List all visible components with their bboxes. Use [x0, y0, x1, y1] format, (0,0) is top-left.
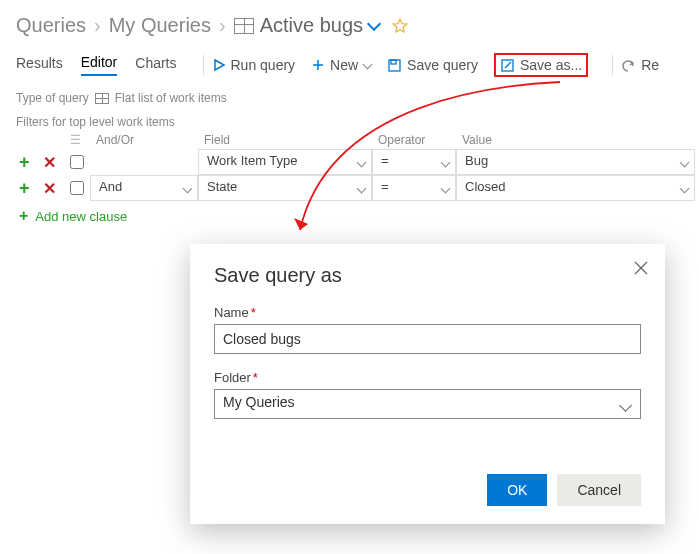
dialog-title: Save query as	[214, 264, 641, 287]
filter-header-row: ☰ And/Or Field Operator Value	[16, 131, 695, 149]
filter-table: ☰ And/Or Field Operator Value + ✕ Work I…	[16, 131, 695, 201]
chevron-down-icon[interactable]	[367, 17, 381, 31]
chevron-down-icon	[441, 184, 451, 194]
plus-icon: +	[16, 207, 31, 225]
name-label: Name*	[214, 305, 641, 320]
play-icon	[212, 58, 226, 72]
list-icon: ☰	[70, 133, 81, 147]
list-icon	[234, 18, 254, 34]
tab-results[interactable]: Results	[16, 55, 63, 75]
save-as-icon	[500, 58, 515, 73]
divider	[612, 55, 613, 75]
filter-row: + ✕ Work Item Type = Bug	[16, 149, 695, 175]
col-andor: And/Or	[90, 131, 198, 149]
new-button[interactable]: New	[311, 57, 371, 73]
remove-clause-button[interactable]: ✕	[40, 180, 59, 197]
save-as-button[interactable]: Save as...	[494, 53, 588, 77]
divider	[203, 55, 204, 75]
col-field: Field	[198, 131, 372, 149]
ok-button[interactable]: OK	[487, 474, 547, 506]
command-bar: Results Editor Charts Run query New Save…	[0, 45, 699, 85]
star-icon[interactable]	[391, 17, 409, 35]
field-input[interactable]: Work Item Type	[198, 149, 372, 175]
save-as-label: Save as...	[520, 57, 582, 73]
folder-value: My Queries	[223, 394, 295, 410]
filters-header: Filters for top level work items	[0, 109, 699, 131]
save-label: Save query	[407, 57, 478, 73]
folder-label: Folder*	[214, 370, 641, 385]
filter-row: + ✕ And State = Closed	[16, 175, 695, 201]
operator-input[interactable]: =	[372, 149, 456, 175]
chevron-down-icon	[619, 399, 632, 412]
chevron-right-icon: ›	[94, 14, 101, 37]
query-type-row: Type of query Flat list of work items	[0, 85, 699, 109]
save-query-button[interactable]: Save query	[387, 57, 478, 73]
chevron-down-icon	[357, 158, 367, 168]
query-type-value[interactable]: Flat list of work items	[115, 91, 227, 105]
col-value: Value	[456, 131, 695, 149]
save-icon	[387, 58, 402, 73]
breadcrumb-root[interactable]: Queries	[16, 14, 86, 37]
value-input[interactable]: Closed	[456, 175, 695, 201]
folder-select[interactable]: My Queries	[214, 389, 641, 419]
run-query-button[interactable]: Run query	[212, 57, 296, 73]
chevron-down-icon	[441, 158, 451, 168]
add-new-clause-button[interactable]: + Add new clause	[0, 201, 699, 225]
svg-rect-1	[391, 60, 396, 64]
andor-cell	[90, 149, 198, 175]
field-input[interactable]: State	[198, 175, 372, 201]
chevron-down-icon	[357, 184, 367, 194]
close-button[interactable]	[633, 260, 649, 276]
col-operator: Operator	[372, 131, 456, 149]
chevron-down-icon	[183, 184, 193, 194]
add-clause-button[interactable]: +	[16, 178, 33, 198]
remove-clause-button[interactable]: ✕	[40, 154, 59, 171]
row-checkbox[interactable]	[70, 181, 84, 195]
run-query-label: Run query	[231, 57, 296, 73]
plus-icon	[311, 58, 325, 72]
undo-icon	[621, 58, 636, 73]
andor-input[interactable]: And	[90, 175, 198, 201]
new-label: New	[330, 57, 358, 73]
breadcrumb-mid[interactable]: My Queries	[109, 14, 211, 37]
cancel-button[interactable]: Cancel	[557, 474, 641, 506]
name-input[interactable]	[214, 324, 641, 354]
save-query-as-dialog: Save query as Name* Folder* My Queries O…	[190, 244, 665, 524]
row-checkbox[interactable]	[70, 155, 84, 169]
breadcrumb: Queries › My Queries › Active bugs	[0, 0, 699, 45]
operator-input[interactable]: =	[372, 175, 456, 201]
dialog-buttons: OK Cancel	[487, 474, 641, 506]
value-input[interactable]: Bug	[456, 149, 695, 175]
add-new-clause-label: Add new clause	[35, 209, 127, 224]
chevron-right-icon: ›	[219, 14, 226, 37]
breadcrumb-leaf[interactable]: Active bugs	[260, 14, 363, 37]
revert-button[interactable]: Re	[621, 57, 659, 73]
flat-list-icon	[95, 93, 109, 104]
add-clause-button[interactable]: +	[16, 152, 33, 172]
close-icon	[633, 260, 649, 276]
chevron-down-icon	[680, 184, 690, 194]
tab-charts[interactable]: Charts	[135, 55, 176, 75]
revert-label: Re	[641, 57, 659, 73]
query-type-label: Type of query	[16, 91, 89, 105]
tab-editor[interactable]: Editor	[81, 54, 118, 76]
chevron-down-icon	[680, 158, 690, 168]
chevron-down-icon	[363, 59, 373, 69]
